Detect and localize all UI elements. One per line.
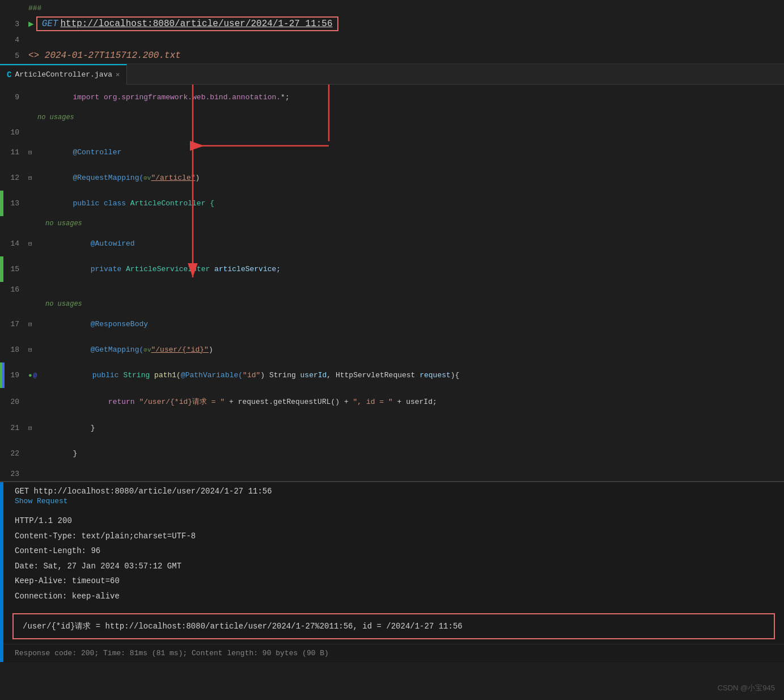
code-line-11: 11 ⊟ @Controller	[0, 140, 784, 165]
import-keyword: import org.springframework.web.bind.anno…	[73, 93, 281, 102]
tab-bar: C ArticleController.java ✕	[0, 64, 784, 85]
response-request-line: GET http://localhost:8080/article/user/2…	[3, 482, 784, 497]
show-request-link[interactable]: Show Request	[3, 497, 784, 509]
response-body-section: /user/{*id}请求 = http://localhost:8080/ar…	[12, 613, 775, 639]
header-connection: Connection: keep-alive	[15, 589, 773, 604]
line-num-3: 3	[0, 20, 28, 28]
code-line-22: 22 }	[0, 441, 784, 466]
line-num-5: 5	[0, 52, 28, 60]
left-indicator-blue-19	[2, 362, 5, 388]
get-request-highlight: GET http://localhost:8080/article/user/2…	[36, 16, 338, 31]
http-file-ref-line: 5 <> 2024-01-27T115712.200.txt	[0, 48, 784, 64]
code-line-9: 9 import org.springframework.web.bind.an…	[0, 85, 784, 110]
code-editor: 9 import org.springframework.web.bind.an…	[0, 85, 784, 481]
debug-icon-blue: @	[33, 372, 37, 379]
http-method: GET	[42, 19, 58, 29]
header-status: HTTP/1.1 200	[15, 513, 773, 529]
response-panel-inner: GET http://localhost:8080/article/user/2…	[0, 482, 784, 662]
code-line-13: 13 public class ArticleController {	[0, 191, 784, 216]
line-num-4: 4	[0, 36, 28, 44]
http-line-comment: ###	[0, 0, 784, 16]
header-content-type: Content-Type: text/plain;charset=UTF-8	[15, 529, 773, 544]
response-content: GET http://localhost:8080/article/user/2…	[3, 482, 784, 662]
left-green-indicator-15	[0, 256, 3, 282]
http-get-line: 3 ▶ GET http://localhost:8080/article/us…	[0, 16, 784, 32]
response-status-line: Response code: 200; Time: 81ms (81 ms); …	[3, 644, 784, 662]
code-line-10: 10	[0, 125, 784, 140]
code-line-12: 12 ⊟ @RequestMapping(⊙v"/article")	[0, 165, 784, 191]
http-empty-line: 4	[0, 32, 784, 48]
tab-filename: ArticleController.java	[15, 70, 112, 79]
code-line-21: 21 ⊟ }	[0, 415, 784, 441]
tab-close-icon[interactable]: ✕	[116, 70, 120, 79]
code-line-17: 17 ⊟ @ResponseBody	[0, 311, 784, 337]
code-line-23: 23	[0, 466, 784, 481]
response-panel: GET http://localhost:8080/article/user/2…	[0, 481, 784, 662]
tab-c-icon: C	[7, 70, 11, 79]
code-line-18: 18 ⊟ @GetMapping(⊙v"/user/{*id}")	[0, 337, 784, 362]
header-date: Date: Sat, 27 Jan 2024 03:57:12 GMT	[15, 559, 773, 574]
code-line-14: 14 ⊟ @Autowired	[0, 231, 784, 256]
no-usages-17: no usages	[0, 297, 784, 311]
code-line-19: 19 ● @ public String path1(@PathVariable…	[0, 362, 784, 388]
response-headers: HTTP/1.1 200 Content-Type: text/plain;ch…	[3, 509, 784, 609]
no-usages-label-9: no usages	[0, 110, 784, 125]
code-line-16: 16	[0, 282, 784, 297]
file-ref-text: <> 2024-01-27T115712.200.txt	[28, 50, 181, 61]
http-file-section: ### 3 ▶ GET http://localhost:8080/articl…	[0, 0, 784, 64]
code-line-15: 15 private ArticleServiceInter articleSe…	[0, 256, 784, 282]
response-body-text: /user/{*id}请求 = http://localhost:8080/ar…	[23, 621, 765, 631]
watermark: CSDN @小宝945	[718, 683, 775, 693]
no-usages-14: no usages	[0, 216, 784, 231]
header-content-length: Content-Length: 96	[15, 543, 773, 559]
main-container: ### 3 ▶ GET http://localhost:8080/articl…	[0, 0, 784, 662]
run-button[interactable]: ▶	[28, 18, 34, 29]
http-url: http://localhost:8080/article/user/2024/…	[60, 19, 332, 29]
article-controller-tab[interactable]: C ArticleController.java ✕	[0, 64, 127, 85]
comment-text: ###	[28, 4, 784, 12]
header-keep-alive: Keep-Alive: timeout=60	[15, 574, 773, 589]
code-line-20: 20 return "/user/{*id}请求 = " + request.g…	[0, 388, 784, 415]
debug-icon-green: ●	[28, 372, 32, 379]
left-green-indicator	[0, 191, 3, 216]
